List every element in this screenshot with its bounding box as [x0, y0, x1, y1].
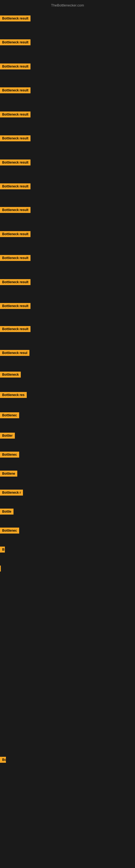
bottleneck-label-2[interactable]: Bottleneck result [0, 39, 31, 45]
bottleneck-item-26 [0, 565, 1, 571]
bottleneck-item-19: Bottler [0, 433, 15, 440]
page-wrapper: TheBottlenecker.com Bottleneck resultBot… [0, 0, 135, 868]
bottleneck-label-18[interactable]: Bottlenec [0, 412, 19, 418]
bottleneck-label-3[interactable]: Bottleneck result [0, 63, 31, 69]
bottleneck-item-10: Bottleneck result [0, 231, 31, 238]
bottleneck-item-23: Bottle [0, 508, 13, 516]
bottleneck-item-16: Bottleneck [0, 372, 21, 379]
bottleneck-label-10[interactable]: Bottleneck result [0, 231, 31, 237]
bottleneck-item-22: Bottleneck r [0, 490, 23, 497]
bottleneck-item-5: Bottleneck result [0, 112, 31, 119]
bottleneck-label-5[interactable]: Bottleneck result [0, 112, 31, 118]
bottleneck-label-21[interactable]: Bottlene [0, 471, 17, 476]
bottleneck-label-19[interactable]: Bottler [0, 433, 15, 439]
bottleneck-item-24: Bottlenec [0, 528, 19, 535]
bottleneck-label-25[interactable]: B [0, 547, 5, 553]
bottleneck-label-17[interactable]: Bottleneck res [0, 392, 27, 398]
bottleneck-label-6[interactable]: Bottleneck result [0, 135, 31, 141]
bottleneck-label-11[interactable]: Bottleneck result [0, 255, 31, 261]
bottleneck-label-20[interactable]: Bottlenec [0, 452, 19, 458]
bottleneck-item-2: Bottleneck result [0, 39, 31, 46]
bottleneck-item-21: Bottlene [0, 471, 17, 478]
bottleneck-label-1[interactable]: Bottleneck result [0, 16, 31, 22]
bottleneck-label-15[interactable]: Bottleneck resul [0, 350, 30, 356]
bottleneck-item-17: Bottleneck res [0, 392, 27, 399]
bottleneck-item-3: Bottleneck result [0, 63, 31, 70]
bottleneck-label-27[interactable]: Bo [0, 757, 6, 763]
bottleneck-item-7: Bottleneck result [0, 159, 31, 166]
bottleneck-label-8[interactable]: Bottleneck result [0, 183, 31, 189]
bottleneck-item-8: Bottleneck result [0, 183, 31, 190]
bottleneck-label-24[interactable]: Bottlenec [0, 528, 19, 533]
bottleneck-label-7[interactable]: Bottleneck result [0, 159, 31, 165]
bottleneck-item-14: Bottleneck result [0, 326, 31, 333]
bottleneck-label-9[interactable]: Bottleneck result [0, 207, 31, 213]
bottleneck-label-14[interactable]: Bottleneck result [0, 326, 31, 332]
bottleneck-item-9: Bottleneck result [0, 207, 31, 214]
bottleneck-label-13[interactable]: Bottleneck result [0, 303, 31, 309]
bottleneck-item-4: Bottleneck result [0, 87, 31, 94]
bottleneck-item-27: Bo [0, 757, 6, 764]
bottleneck-label-23[interactable]: Bottle [0, 508, 13, 515]
bottleneck-label-4[interactable]: Bottleneck result [0, 87, 31, 93]
bottleneck-items-container: Bottleneck resultBottleneck resultBottle… [0, 0, 135, 868]
bottleneck-item-25: B [0, 547, 5, 554]
bottleneck-item-15: Bottleneck resul [0, 350, 30, 357]
bottleneck-item-12: Bottleneck result [0, 279, 31, 286]
bottleneck-label-12[interactable]: Bottleneck result [0, 279, 31, 285]
bottleneck-label-16[interactable]: Bottleneck [0, 372, 21, 378]
bottleneck-item-20: Bottlenec [0, 452, 19, 459]
bottleneck-item-6: Bottleneck result [0, 135, 31, 143]
bottleneck-item-1: Bottleneck result [0, 16, 31, 23]
bottleneck-item-18: Bottlenec [0, 412, 19, 420]
bottleneck-label-22[interactable]: Bottleneck r [0, 490, 23, 496]
bottleneck-item-11: Bottleneck result [0, 255, 31, 262]
bottleneck-item-13: Bottleneck result [0, 303, 31, 310]
